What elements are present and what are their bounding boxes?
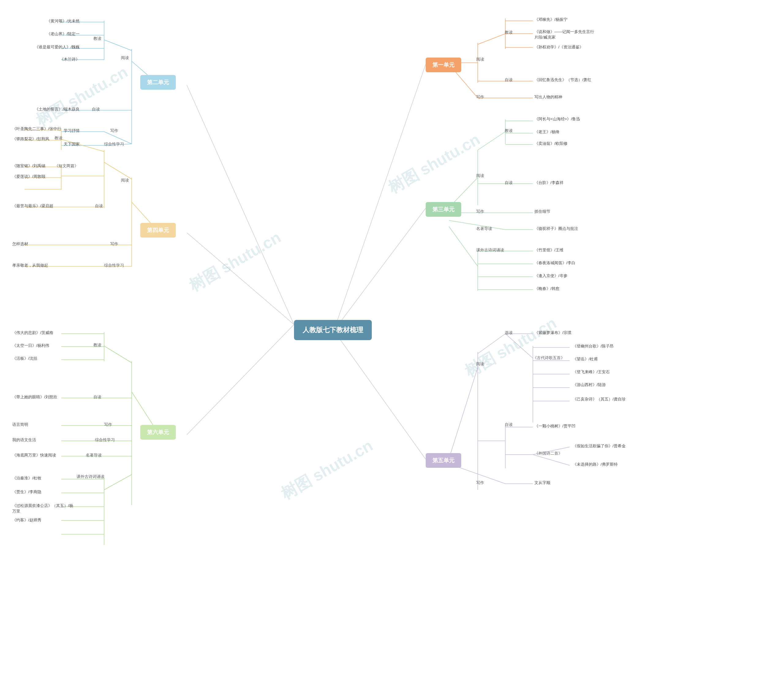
unit-3-node: 第三单元 [426,202,461,217]
unit-1-node: 第一单元 [426,58,461,72]
u5-foreign1: 《假如生活欺骗了你》/普希金 [573,443,626,449]
svg-line-4 [187,233,294,324]
u5-poem4: 《游山西村》/陆游 [573,382,606,388]
u5-poem5: 《己亥杂诗》（其五）/龚自珍 [573,396,626,402]
u4-short2: 《爱莲说》/周敦颐 [12,174,45,179]
unit-4-node: 第四单元 [140,223,176,238]
u4-short-label: 《短文两篇》 [54,163,78,169]
u1-read-label: 阅读 [476,57,484,62]
svg-line-71 [104,162,132,179]
u5-poem2: 《望岳》/杜甫 [573,357,598,362]
u4-selfread-label: 自读 [95,203,103,209]
u5-write1: 文从字顺 [534,480,550,486]
u2-selfread-label: 自读 [92,107,100,112]
u2-write-label: 写作 [110,128,118,133]
u6-poem3: 《过松源晨炊漆公店》（其五）/杨万里 [12,503,73,514]
u5-foreign2: 《未选择的路》/弗罗斯特 [573,462,618,467]
svg-line-1 [334,208,426,330]
u3-poem2: 《春夜洛城闻笛》/李白 [534,260,575,266]
u2-zonghe-label: 综合性学习 [104,141,124,147]
u1-leaf4: 《回忆鲁迅先生》（节选）/萧红 [534,77,591,83]
u5-leaf1: 《一颗小桃树》/贾平凹 [534,423,575,429]
u3-leaf2: 《老王》/杨绛 [534,129,560,135]
u4-short1: 《随室铭》/刘禹锡 [12,163,45,169]
u3-poetry-label: 课外古诗词诵读 [476,247,504,253]
u1-selfread-label: 自读 [505,77,513,83]
u5-foreign-label: 《外国诗二首》 [534,451,562,456]
u3-leaf3: 《卖油翁》/欧阳修 [534,141,568,146]
u6-poem1: 《泊秦淮》/杜牧 [12,475,41,481]
u5-poem3: 《登飞来峰》/王安石 [573,369,610,375]
u5-gushi-label: 《古代诗歌五首》 [533,355,565,361]
u2-read-label: 阅读 [121,55,129,61]
connector-lines [0,0,784,687]
u6-mingzhu1: 《海底两万里》快速阅读 [12,452,56,458]
u1-leaf2: 《说和做》——记闻一多先生言行片段/臧克家 [534,29,594,40]
u5-write-label: 写作 [476,480,484,486]
u1-leaf3: 《孙权劝学》/《资治通鉴》 [534,44,583,50]
u2-leaf3: 《谁是最可爱的人》/魏巍 [35,44,80,50]
u3-poem1: 《竹里馆》/王维 [534,247,563,253]
u4-leaf3: 《最苦与最乐》/梁启超 [12,203,53,209]
u6-zonghe-label: 综合性学习 [95,437,115,443]
u6-mingzhu-label: 名著导读 [86,452,102,458]
u2-zonghe1: 天下国家 [64,141,80,147]
u2-leaf1: 《黄河颂》/光未然 [46,18,80,24]
u4-leaf1: 《叶圣陶先二三事》/张中行 [12,126,61,131]
svg-line-0 [334,64,426,330]
u6-leaf3: 《活板》/沈括 [12,356,37,361]
u4-write-label: 写作 [110,241,118,247]
u3-leaf6: 《骆驼祥子》圈点与批注 [534,226,578,232]
u1-write-label: 写作 [476,94,484,100]
u6-poem4: 《约客》/赵师秀 [12,518,41,523]
svg-line-38 [478,334,505,353]
unit-2-node: 第二单元 [140,75,176,90]
u6-leaf2: 《太空一日》/杨利伟 [12,343,49,348]
u5-xuandu-label: 选读 [505,330,513,335]
u3-poem4: 《晚春》/韩愈 [534,286,560,291]
u6-poetry-label: 课外古诗词诵读 [77,474,104,480]
u6-leaf4: 《带上她的眼睛》/刘慈欣 [12,394,57,400]
u5-read-label: 阅读 [476,361,484,367]
u6-poem2: 《贾生》/李商隐 [12,489,41,495]
u4-write1: 怎样选材 [12,241,28,247]
u1-leaf5: 写出人物的精神 [534,94,562,100]
u2-write1: 学习抒情 [64,128,80,133]
u3-teach-label: 教读 [505,128,513,133]
u5-poem1: 《登幽州台歌》/陈子昂 [573,344,614,349]
unit-6-node: 第六单元 [140,425,176,440]
u4-teach-label: 教读 [54,135,63,141]
svg-line-103 [104,475,132,490]
u6-zonghe1: 我的语文生活 [12,437,36,443]
u2-leaf5: 《土地的誓言》/端木蕻良 [35,107,80,112]
u1-teach-label: 教读 [505,30,513,35]
u6-leaf1: 《伟大的悲剧》/茨威格 [12,330,53,335]
svg-line-5 [187,324,294,435]
u6-teach-label: 教读 [94,342,101,348]
u5-selfread-label: 自读 [505,422,513,427]
center-node: 人教版七下教材梳理 [294,320,372,340]
svg-line-19 [478,131,505,150]
u6-write1: 语言简明 [12,422,28,427]
u3-leaf5: 抓住细节 [534,209,550,214]
u6-write-label: 写作 [104,422,112,427]
u5-leaf0: 《紫藤萝瀑布》/宗璞 [534,330,572,335]
u3-selfread-label: 自读 [505,180,513,186]
u2-leaf4: 《木兰诗》 [60,57,80,62]
svg-line-57 [104,40,132,51]
u4-read-label: 阅读 [121,178,129,183]
u2-leaf2: 《老山界》/陆定一 [46,31,80,37]
u3-leaf1: 《阿长与<山海经>》/鲁迅 [534,116,580,122]
u3-read-label: 阅读 [476,173,484,179]
mind-map: 人教版七下教材梳理 第一单元 阅读 教读 《邓稼先》/杨振宁 《说和做》——记闻… [0,0,784,687]
svg-line-40 [505,334,533,358]
unit-5-node: 第五单元 [426,453,461,468]
u2-teach-label: 教读 [94,36,101,41]
u3-write-label: 写作 [476,209,484,214]
svg-line-36 [449,367,478,459]
u1-leaf1: 《邓稼先》/杨振宁 [534,17,568,22]
u4-zonghe-label: 综合性学习 [104,263,124,268]
u6-selfread-label: 自读 [94,394,101,400]
svg-line-30 [449,227,478,266]
u4-zonghe1: 孝亲敬老，从我做起 [12,263,48,268]
